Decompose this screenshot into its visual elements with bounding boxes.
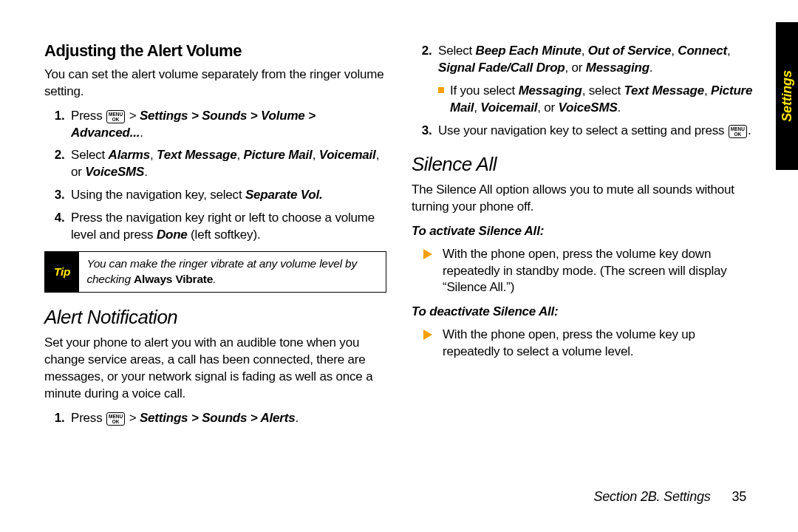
text: With the phone open, press the volume ke… xyxy=(443,327,695,358)
opt: Messaging xyxy=(586,61,649,75)
tip-box: Tip You can make the ringer vibrate at a… xyxy=(44,251,386,293)
text: Press xyxy=(71,109,106,123)
heading-silence-all: Silence All xyxy=(412,151,754,177)
text: . xyxy=(295,411,299,425)
opt: Connect xyxy=(678,44,727,58)
text: . xyxy=(748,123,751,137)
heading-adjust-volume: Adjusting the Alert Volume xyxy=(44,40,386,62)
opt: Always Vibrate xyxy=(134,273,213,285)
opt: Alarms xyxy=(109,148,150,162)
menu-ok-key-icon: MENUOK xyxy=(106,412,125,426)
page-number: 35 xyxy=(732,489,746,504)
alert-step-1: Press MENUOK > Settings > Sounds > Alert… xyxy=(68,410,386,427)
page-columns: Adjusting the Alert Volume You can set t… xyxy=(44,40,754,434)
text: , select xyxy=(582,83,624,98)
text: . xyxy=(649,61,653,75)
opt: Voicemail xyxy=(480,100,537,115)
text: , xyxy=(727,44,731,58)
step-4: Press the navigation key right or left t… xyxy=(68,210,386,244)
alert-steps: Press MENUOK > Settings > Sounds > Alert… xyxy=(44,410,386,427)
opt: Messaging xyxy=(519,83,582,98)
opt: Out of Service xyxy=(588,44,671,58)
menu-ok-key-icon: MENUOK xyxy=(729,125,747,138)
tip-text: You can make the ringer vibrate at any v… xyxy=(79,252,386,292)
text: , xyxy=(237,148,244,162)
manual-page: Settings Adjusting the Alert Volume You … xyxy=(0,0,798,532)
text: You can make the ringer vibrate at any v… xyxy=(86,257,357,285)
text: , xyxy=(150,148,157,162)
opt: Done xyxy=(157,228,188,242)
text: Press xyxy=(71,411,106,425)
silence-intro: The Silence All option allows you to mut… xyxy=(412,182,754,216)
alert-step-2: Select Beep Each Minute, Out of Service,… xyxy=(435,43,754,117)
text: , xyxy=(313,148,319,162)
heading-alert-notification: Alert Notification xyxy=(44,304,386,330)
text: , xyxy=(582,44,588,58)
text: (left softkey). xyxy=(188,228,261,242)
opt: Text Message xyxy=(624,83,703,98)
opt: Beep Each Minute xyxy=(476,44,582,58)
text: . xyxy=(144,165,148,179)
text: Select xyxy=(438,44,476,58)
alert-step-3: Use your navigation key to select a sett… xyxy=(435,123,754,140)
text: . xyxy=(140,126,143,140)
arrow-bullet: With the phone open, press the volume ke… xyxy=(423,327,754,361)
left-column: Adjusting the Alert Volume You can set t… xyxy=(44,40,386,434)
side-tab: Settings xyxy=(776,22,798,170)
footer-section: Section 2B. Settings xyxy=(593,489,710,504)
text: Select xyxy=(71,148,109,162)
alert-intro: Set your phone to alert you with an audi… xyxy=(44,335,386,403)
adjust-volume-steps: Press MENUOK > Settings > Sounds > Volum… xyxy=(44,108,386,245)
tip-label: Tip xyxy=(45,252,79,292)
step-1: Press MENUOK > Settings > Sounds > Volum… xyxy=(68,108,386,142)
nav-path: Settings > Sounds > Alerts xyxy=(140,411,296,425)
text: With the phone open, press the volume ke… xyxy=(443,247,727,295)
text: , or xyxy=(565,61,586,75)
opt: Separate Vol. xyxy=(245,188,322,202)
arrow-bullet: With the phone open, press the volume ke… xyxy=(423,246,754,297)
text: Using the navigation key, select xyxy=(71,188,245,202)
opt: Picture Mail xyxy=(244,148,313,162)
opt: VoiceSMS xyxy=(559,100,618,115)
text: Use your navigation key to select a sett… xyxy=(438,123,728,137)
text: , or xyxy=(537,100,558,115)
text: . xyxy=(618,100,621,115)
step-3: Using the navigation key, select Separat… xyxy=(68,187,386,204)
right-column: Select Beep Each Minute, Out of Service,… xyxy=(412,40,754,434)
opt: Signal Fade/Call Drop xyxy=(438,61,565,75)
deactivate-subhead: To deactivate Silence All: xyxy=(412,304,754,321)
text: , xyxy=(671,44,678,58)
activate-subhead: To activate Silence All: xyxy=(412,223,754,240)
menu-ok-key-icon: MENUOK xyxy=(106,110,125,123)
text: If you select xyxy=(450,83,519,98)
text: . xyxy=(213,273,216,285)
side-tab-label: Settings xyxy=(778,70,796,121)
text: > xyxy=(126,109,140,123)
step-2: Select Alarms, Text Message, Picture Mai… xyxy=(68,147,386,181)
intro-text: You can set the alert volume separately … xyxy=(44,66,386,100)
opt: Voicemail xyxy=(319,148,376,162)
text: , xyxy=(704,83,711,98)
text: > xyxy=(126,411,140,425)
opt: Text Message xyxy=(157,148,236,162)
page-footer: Section 2B. Settings 35 xyxy=(593,488,746,505)
opt: VoiceSMS xyxy=(85,165,144,179)
text: , xyxy=(474,100,480,115)
sub-bullet: If you select Messaging, select Text Mes… xyxy=(438,83,754,117)
alert-steps-cont: Select Beep Each Minute, Out of Service,… xyxy=(412,43,754,140)
